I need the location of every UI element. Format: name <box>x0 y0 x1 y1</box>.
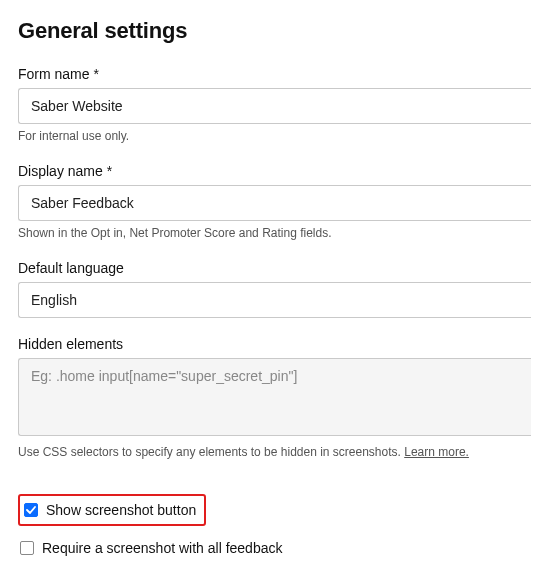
hidden-elements-help: Use CSS selectors to specify any element… <box>18 444 531 461</box>
show-screenshot-checkbox[interactable] <box>24 503 38 517</box>
learn-more-link[interactable]: Learn more. <box>404 445 469 459</box>
show-screenshot-label: Show screenshot button <box>46 502 196 518</box>
require-screenshot-row: Require a screenshot with all feedback <box>18 536 531 560</box>
hidden-elements-textarea[interactable] <box>18 358 531 436</box>
display-name-help: Shown in the Opt in, Net Promoter Score … <box>18 225 531 242</box>
default-language-input[interactable] <box>18 282 531 318</box>
display-name-input[interactable] <box>18 185 531 221</box>
default-language-label: Default language <box>18 260 531 276</box>
display-name-group: Display name * Shown in the Opt in, Net … <box>18 163 531 242</box>
page-title: General settings <box>18 18 531 44</box>
show-screenshot-row: Show screenshot button <box>18 494 206 526</box>
hidden-elements-help-text: Use CSS selectors to specify any element… <box>18 445 404 459</box>
form-name-help: For internal use only. <box>18 128 531 145</box>
hidden-elements-group: Hidden elements Use CSS selectors to spe… <box>18 336 531 461</box>
require-screenshot-label: Require a screenshot with all feedback <box>42 540 282 556</box>
default-language-group: Default language <box>18 260 531 318</box>
display-name-label: Display name * <box>18 163 531 179</box>
form-name-input[interactable] <box>18 88 531 124</box>
form-name-group: Form name * For internal use only. <box>18 66 531 145</box>
require-screenshot-checkbox[interactable] <box>20 541 34 555</box>
hidden-elements-label: Hidden elements <box>18 336 531 352</box>
form-name-label: Form name * <box>18 66 531 82</box>
check-icon <box>26 505 36 515</box>
